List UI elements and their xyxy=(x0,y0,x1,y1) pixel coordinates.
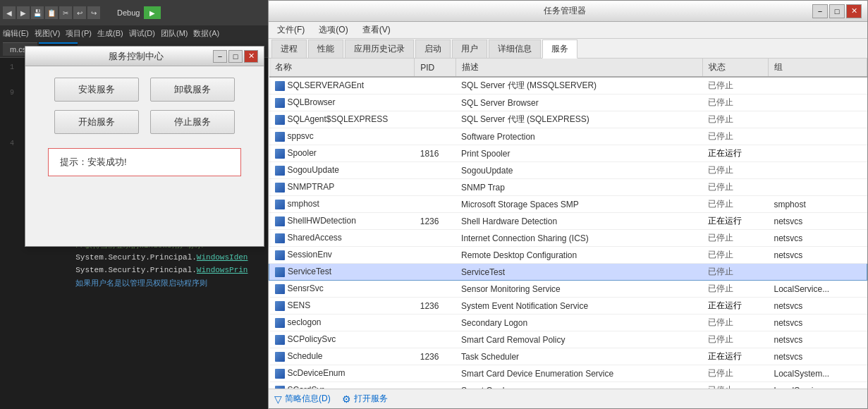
tm-close-btn[interactable]: ✕ xyxy=(846,4,862,18)
toolbar-btn-7[interactable]: ↪ xyxy=(87,6,100,19)
service-pid-cell xyxy=(415,315,456,331)
toolbar-btn-5[interactable]: ✂ xyxy=(59,6,72,19)
tab-services[interactable]: 服务 xyxy=(542,39,577,59)
scc-minimize-btn[interactable]: − xyxy=(213,50,227,63)
menu-view[interactable]: 视图(V) xyxy=(35,28,61,39)
install-service-btn[interactable]: 安装服务 xyxy=(54,78,139,102)
open-service-btn[interactable]: ⚙ 打开服务 xyxy=(342,393,388,405)
service-status-cell: 已停止 xyxy=(702,382,768,389)
summary-icon: ▽ xyxy=(274,393,282,405)
service-name-cell: ScDeviceEnum xyxy=(269,365,415,382)
tm-menu-view[interactable]: 查看(V) xyxy=(357,23,396,37)
service-name-cell: SNMPTRAP xyxy=(269,179,415,196)
service-group-cell: netsvcs xyxy=(768,230,867,247)
scc-close-btn[interactable]: ✕ xyxy=(244,50,258,63)
service-name-cell: SCPolicySvc xyxy=(269,331,415,348)
service-status-cell: 正在运行 xyxy=(702,213,768,230)
services-table[interactable]: 名称 PID 描述 状态 组 SQLSERVERAGEntSQL Server … xyxy=(269,59,867,389)
service-group-cell: LocalSystem... xyxy=(768,365,867,382)
table-row[interactable]: SharedAccessInternet Connection Sharing … xyxy=(269,230,867,247)
service-name-cell: Schedule xyxy=(269,348,415,365)
tm-minimize-btn[interactable]: − xyxy=(812,4,828,18)
tm-restore-btn[interactable]: □ xyxy=(829,4,845,18)
summary-btn[interactable]: ▽ 简略信息(D) xyxy=(274,393,331,405)
service-desc-cell: SQL Server Browser xyxy=(456,94,702,111)
table-row[interactable]: smphostMicrosoft Storage Spaces SMP已停止sm… xyxy=(269,196,867,213)
table-row[interactable]: ShellHWDetection1236Shell Hardware Detec… xyxy=(269,213,867,230)
stop-service-btn[interactable]: 停止服务 xyxy=(150,110,235,134)
toolbar-btn-2[interactable]: ▶ xyxy=(17,6,30,19)
table-row[interactable]: SQLSERVERAGEntSQL Server 代理 (MSSQLSERVER… xyxy=(269,77,867,94)
table-row[interactable]: ServiceTestServiceTest已停止 xyxy=(269,264,867,281)
table-row[interactable]: SogouUpdateSogouUpdate已停止 xyxy=(269,162,867,179)
tab-users[interactable]: 用户 xyxy=(452,39,487,58)
service-pid-cell: 1236 xyxy=(415,298,456,315)
menu-data[interactable]: 数据(A) xyxy=(193,28,219,39)
tab-app-history[interactable]: 应用历史记录 xyxy=(345,39,414,58)
tab-performance[interactable]: 性能 xyxy=(308,39,343,58)
col-status[interactable]: 状态 xyxy=(702,59,768,77)
service-desc-cell: Remote Desktop Configuration xyxy=(456,247,702,264)
table-row[interactable]: SessionEnvRemote Desktop Configuration已停… xyxy=(269,247,867,264)
menu-edit[interactable]: 编辑(E) xyxy=(3,28,29,39)
service-icon xyxy=(275,149,285,159)
tm-menu-options[interactable]: 选项(O) xyxy=(313,23,353,37)
table-row[interactable]: SCardSvrSmart Card已停止LocalService... xyxy=(269,382,867,389)
col-desc[interactable]: 描述 xyxy=(456,59,702,77)
table-row[interactable]: SENS1236System Event Notification Servic… xyxy=(269,298,867,315)
table-row[interactable]: SQLAgent$SQLEXPRESSSQL Server 代理 (SQLEXP… xyxy=(269,111,867,128)
toolbar-btn-3[interactable]: 💾 xyxy=(31,6,44,19)
table-row[interactable]: sppsvcSoftware Protection已停止 xyxy=(269,128,867,145)
service-group-cell: LocalService... xyxy=(768,281,867,298)
service-group-cell: netsvcs xyxy=(768,348,867,365)
table-row[interactable]: Schedule1236Task Scheduler正在运行netsvcs xyxy=(269,348,867,365)
service-group-cell: netsvcs xyxy=(768,331,867,348)
service-desc-cell: Smart Card Device Enumeration Service xyxy=(456,365,702,382)
toolbar-btn-1[interactable]: ◀ xyxy=(3,6,16,19)
run-btn[interactable]: ▶ xyxy=(144,6,161,19)
tab-process[interactable]: 进程 xyxy=(271,39,307,58)
table-row[interactable]: ScDeviceEnumSmart Card Device Enumeratio… xyxy=(269,365,867,382)
service-desc-cell: Software Protection xyxy=(456,128,702,145)
toolbar-btn-4[interactable]: 📋 xyxy=(45,6,58,19)
service-name-cell: SogouUpdate xyxy=(269,162,415,179)
start-service-btn[interactable]: 开始服务 xyxy=(54,110,139,134)
table-row[interactable]: SCPolicySvcSmart Card Removal Policy已停止n… xyxy=(269,331,867,348)
service-icon xyxy=(275,369,285,379)
service-pid-cell xyxy=(415,230,456,247)
col-group[interactable]: 组 xyxy=(768,59,867,77)
menu-build[interactable]: 生成(B) xyxy=(97,28,123,39)
col-name[interactable]: 名称 xyxy=(269,59,415,77)
service-name-cell: SQLSERVERAGEnt xyxy=(269,77,415,94)
service-group-cell: smphost xyxy=(768,196,867,213)
uninstall-service-btn[interactable]: 卸载服务 xyxy=(150,78,235,102)
service-name-cell: SCardSvr xyxy=(269,382,415,389)
service-name-cell: ServiceTest xyxy=(269,264,415,281)
table-row[interactable]: SensrSvcSensor Monitoring Service已停止Loca… xyxy=(269,281,867,298)
service-icon xyxy=(275,183,285,193)
tab-startup[interactable]: 启动 xyxy=(415,39,451,58)
scc-message: 提示：安装成功! xyxy=(48,148,241,176)
menu-team[interactable]: 团队(M) xyxy=(161,28,188,39)
toolbar-btn-6[interactable]: ↩ xyxy=(73,6,86,19)
service-pid-cell xyxy=(415,365,456,382)
table-row[interactable]: SNMPTRAPSNMP Trap已停止 xyxy=(269,179,867,196)
service-icon xyxy=(275,115,285,125)
service-status-cell: 正在运行 xyxy=(702,348,768,365)
service-pid-cell xyxy=(415,281,456,298)
service-icon xyxy=(275,200,285,209)
table-row[interactable]: Spooler1816Print Spooler正在运行 xyxy=(269,145,867,162)
menu-project[interactable]: 项目(P) xyxy=(66,28,92,39)
menu-debug[interactable]: 调试(D) xyxy=(129,28,155,39)
col-pid[interactable]: PID xyxy=(415,59,456,77)
tm-menu-file[interactable]: 文件(F) xyxy=(271,23,310,37)
table-row[interactable]: SQLBrowserSQL Server Browser已停止 xyxy=(269,94,867,111)
tab-details[interactable]: 详细信息 xyxy=(489,39,541,58)
table-row[interactable]: seclogonSecondary Logon已停止netsvcs xyxy=(269,315,867,331)
scc-row-2: 开始服务 停止服务 xyxy=(37,110,252,134)
service-status-cell: 已停止 xyxy=(702,315,768,331)
summary-label: 简略信息(D) xyxy=(285,393,331,405)
service-name-cell: Spooler xyxy=(269,145,415,162)
scc-restore-btn[interactable]: □ xyxy=(228,50,243,63)
service-group-cell xyxy=(768,77,867,94)
